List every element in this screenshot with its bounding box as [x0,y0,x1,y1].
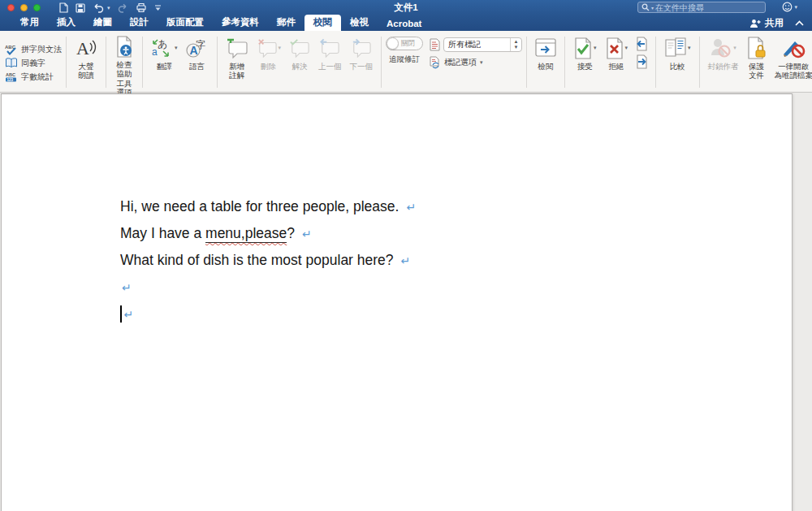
titlebar: ▾ 文件1 ▾ ▾ [0,0,812,15]
collapse-ribbon-icon[interactable] [795,20,804,26]
group-proofing: ABC 拼字與文法 同義字 ABC123 字數統計 [5,34,62,90]
language-icon: 字A [186,36,209,60]
block-authors-button[interactable]: ▾ 封鎖作者 [704,34,743,72]
tab-view[interactable]: 檢視 [341,15,378,31]
document-page[interactable]: Hi, we need a table for three people, pl… [1,93,793,511]
tab-mailings[interactable]: 郵件 [268,15,304,31]
delete-comment-button[interactable]: ▾ 刪除 [253,34,286,72]
reject-icon [605,37,624,59]
svg-text:ABC: ABC [6,72,15,77]
accept-caret: ▾ [594,45,597,51]
next-comment-icon [351,36,372,60]
reject-label: 拒絕 [608,62,624,71]
redo-icon[interactable] [118,3,128,13]
tab-acrobat[interactable]: Acrobat [378,17,430,31]
next-comment-button[interactable]: 下一個 [346,34,378,72]
search-icon [641,3,650,11]
thesaurus-button[interactable]: 同義字 [5,58,45,69]
protect-document-label: 保護 文件 [749,62,764,80]
spelling-grammar-button[interactable]: ABC 拼字與文法 [5,44,62,55]
ribbon: ABC 拼字與文法 同義字 ABC123 字數統計 A 大聲 朗讀 [0,31,812,93]
tab-layout[interactable]: 版面配置 [158,15,213,31]
spelling-grammar-icon: ABC [5,44,18,55]
markup-view-select[interactable]: 所有標記 ▲▼ [443,37,522,52]
markup-options-button[interactable]: 標記選項 ▾ [430,56,522,69]
save-icon[interactable] [76,3,85,13]
smiley-icon [782,2,793,12]
block-authors-icon [710,37,732,58]
resolve-comment-button[interactable]: 解決 [285,34,314,72]
text-line-2[interactable]: May I have a menu,please?↵ [120,220,416,247]
translate-button[interactable]: あa ▾ 翻譯 [147,34,182,72]
svg-text:123: 123 [7,78,14,82]
language-button[interactable]: 字A 語言 [182,34,213,72]
group-tracking: 關閉 追蹤修訂 所有標記 ▲▼ 標記選項 ▾ [386,34,522,90]
minimize-window-button[interactable] [20,4,28,11]
markup-view-stepper[interactable]: ▲▼ [510,38,521,51]
translate-label: 翻譯 [157,62,172,71]
document-text: Hi, we need a table for three people, pl… [120,193,416,327]
text-line-3[interactable]: What kind of dish is the most popular he… [120,247,416,274]
search-scope-caret[interactable]: ▾ [651,5,654,11]
share-label: 共用 [765,17,784,29]
document-search[interactable]: ▾ [637,2,766,13]
markup-options-caret: ▾ [480,59,483,66]
group-language: あa ▾ 翻譯 字A 語言 [147,34,213,90]
check-accessibility-button[interactable]: 檢查協助 工具選項 [110,34,138,90]
always-open-read-only-button[interactable]: 一律開啟 為唯讀檔案 [771,34,812,82]
read-aloud-button[interactable]: A 大聲 朗讀 [71,34,102,90]
markup-options-icon [430,56,441,69]
previous-change-icon[interactable] [634,37,649,51]
next-change-icon[interactable] [634,54,649,69]
undo-dropdown-caret[interactable]: ▾ [107,5,110,11]
tab-draw[interactable]: 繪圖 [84,15,121,31]
track-changes-toggle[interactable]: 關閉 [386,37,423,50]
translate-icon: あa [151,37,174,58]
accept-button[interactable]: ▾ 接受 [569,34,601,72]
text-line-1[interactable]: Hi, we need a table for three people, pl… [120,193,416,220]
window-controls [7,4,41,11]
svg-text:A: A [76,38,89,58]
tab-references[interactable]: 參考資料 [213,15,268,31]
customize-toolbar-icon[interactable] [154,4,162,11]
new-document-icon[interactable] [58,2,68,13]
text-line-5[interactable]: ↵ [120,301,416,327]
new-comment-button[interactable]: 新增 註解 [222,34,253,82]
check-accessibility-label: 檢查協助 工具選項 [114,60,134,97]
resolve-comment-label: 解決 [292,62,308,71]
share-person-icon [749,19,762,28]
previous-comment-label: 上一個 [318,62,342,71]
delete-comment-label: 刪除 [261,62,276,71]
feedback-control[interactable]: ▾ [782,2,797,12]
paragraph-mark: ↵ [302,227,312,240]
reviewing-pane-button[interactable]: 檢閱 [531,34,560,90]
previous-comment-button[interactable]: 上一個 [314,34,346,72]
always-open-read-only-label: 一律開啟 為唯讀檔案 [775,62,812,80]
read-aloud-label: 大聲 朗讀 [79,62,94,80]
always-open-read-only-icon [781,36,806,60]
tab-review[interactable]: 校閱 [304,15,341,31]
close-window-button[interactable] [7,4,15,11]
misspelled-word[interactable]: menu,please [205,225,287,243]
print-icon[interactable] [136,2,147,13]
share-button[interactable]: 共用 [749,17,784,29]
reject-button[interactable]: ▾ 拒絕 [601,34,633,72]
tab-design[interactable]: 設計 [121,15,158,31]
compare-button[interactable]: ▾ 比較 [660,34,695,90]
block-authors-caret: ▾ [733,45,736,51]
resolve-comment-icon [289,36,310,60]
tab-insert[interactable]: 插入 [48,15,84,31]
previous-comment-icon [319,36,340,60]
thesaurus-icon [5,58,18,68]
group-protect: ▾ 封鎖作者 保護 文件 一律開啟 為唯讀檔案 ▾ [704,34,812,90]
undo-icon[interactable] [93,3,104,13]
toggle-state-label: 關閉 [401,39,415,49]
tab-home[interactable]: 常用 [11,15,48,31]
text-line-4[interactable]: ↵ [120,274,416,301]
protect-document-button[interactable]: 保護 文件 [743,34,771,82]
block-authors-label: 封鎖作者 [708,62,739,71]
search-input[interactable] [655,3,762,12]
word-count-button[interactable]: ABC123 字數統計 [5,71,54,83]
zoom-window-button[interactable] [33,4,41,11]
language-label: 語言 [189,62,205,71]
